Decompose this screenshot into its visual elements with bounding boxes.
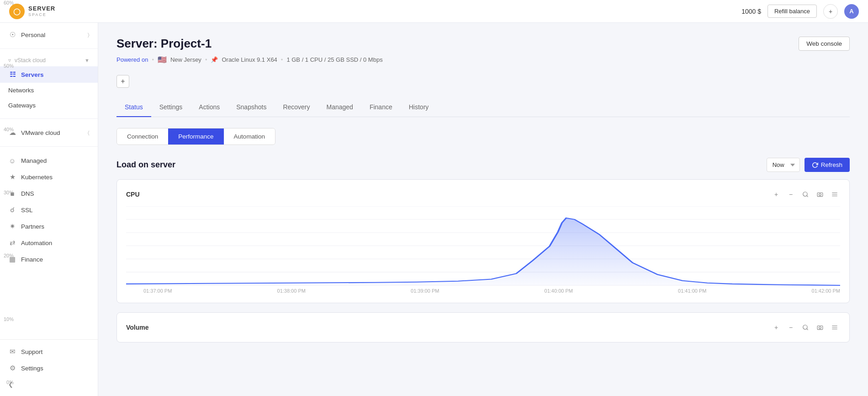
meta-dot-3: • [281, 56, 283, 63]
tab-status[interactable]: Status [116, 98, 151, 117]
flag-icon: 🇺🇸 [158, 55, 167, 64]
x-label-4: 01:40:00 PM [545, 288, 573, 294]
x-label-1: 01:37:00 PM [143, 288, 172, 294]
menu-icon [831, 191, 838, 198]
powered-status: Powered on [116, 56, 148, 63]
cpu-chart-title: CPU [126, 191, 140, 198]
logo-name: SERVER [28, 5, 55, 12]
top-bar: ◯ SERVER SPACE 1000 $ Refill balance + A [0, 0, 868, 23]
page-header-row: Server: Project-1 Powered on • 🇺🇸 New Je… [116, 37, 850, 73]
svg-point-3 [819, 193, 821, 196]
load-controls: Now Refresh [767, 158, 850, 172]
tab-history[interactable]: History [401, 98, 437, 117]
volume-menu-button[interactable] [829, 322, 840, 333]
chevron-left-icon: 〈 [88, 130, 90, 136]
cpu-chart-card: CPU + − [116, 179, 850, 303]
x-label-5: 01:41:00 PM [678, 288, 706, 294]
refresh-label: Refresh [821, 161, 842, 168]
svg-point-17 [819, 326, 821, 329]
top-bar-right: 1000 $ Refill balance + A [741, 4, 859, 19]
add-action-button[interactable]: + [116, 75, 129, 88]
page-meta: Powered on • 🇺🇸 New Jersey • 📌 Oracle Li… [116, 55, 383, 64]
tab-snapshots[interactable]: Snapshots [228, 98, 275, 117]
volume-search-icon [802, 324, 809, 331]
logo-sub: SPACE [28, 12, 55, 17]
specs-label: 1 GB / 1 CPU / 25 GB SSD / 0 Mbps [286, 56, 382, 63]
tab-settings[interactable]: Settings [151, 98, 191, 117]
volume-camera-icon [817, 324, 823, 331]
chart-zoom-in-button[interactable]: + [771, 189, 782, 200]
cpu-chart-header: CPU + − [126, 189, 840, 200]
svg-line-1 [807, 196, 808, 197]
subtab-automation[interactable]: Automation [224, 128, 275, 144]
tab-finance[interactable]: Finance [361, 98, 401, 117]
user-avatar[interactable]: A [844, 4, 859, 19]
cpu-chart-inner: 01:37:00 PM 01:38:00 PM 01:39:00 PM 01:4… [126, 206, 840, 294]
search-icon [802, 191, 809, 198]
subtab-performance[interactable]: Performance [168, 128, 223, 144]
load-title: Load on server [116, 160, 175, 170]
content-area: Server: Project-1 Powered on • 🇺🇸 New Je… [98, 23, 868, 396]
main-tabs: Status Settings Actions Snapshots Recove… [116, 98, 850, 117]
tab-recovery[interactable]: Recovery [275, 98, 318, 117]
web-console-button[interactable]: Web console [799, 37, 850, 51]
sub-tabs: Connection Performance Automation [116, 128, 275, 145]
balance-display: 1000 $ [741, 8, 761, 15]
svg-line-15 [807, 329, 808, 330]
chart-controls: + − [771, 189, 840, 200]
chart-camera-button[interactable] [815, 189, 826, 200]
chart-search-button[interactable] [800, 189, 811, 200]
volume-chart-title: Volume [126, 324, 149, 331]
chart-zoom-out-button[interactable]: − [785, 189, 796, 200]
add-icon-button[interactable]: + [823, 4, 838, 19]
cpu-chart-svg [126, 206, 840, 286]
x-axis-labels: 01:37:00 PM 01:38:00 PM 01:39:00 PM 01:4… [126, 286, 840, 294]
chart-menu-button[interactable] [829, 189, 840, 200]
subtab-connection[interactable]: Connection [117, 128, 168, 144]
page-actions: + [116, 75, 850, 88]
x-label-3: 01:39:00 PM [411, 288, 439, 294]
refill-balance-button[interactable]: Refill balance [767, 5, 817, 18]
refresh-icon [812, 162, 818, 168]
load-header: Load on server Now Refresh [116, 158, 850, 172]
os-label: Oracle Linux 9.1 X64 [222, 56, 277, 63]
page-title: Server: Project-1 [116, 37, 383, 51]
tab-managed[interactable]: Managed [318, 98, 361, 117]
plus-icon: + [829, 8, 832, 15]
chevron-right-icon: 〉 [88, 32, 90, 38]
x-label-6: 01:42:00 PM [812, 288, 840, 294]
cpu-line [126, 218, 840, 285]
page-title-group: Server: Project-1 Powered on • 🇺🇸 New Je… [116, 37, 383, 73]
add-icon: + [121, 77, 125, 86]
meta-dot-1: • [152, 56, 154, 63]
meta-dot-2: • [205, 56, 207, 63]
time-range-select[interactable]: Now [767, 158, 800, 172]
cpu-chart-container: 60% 50% 40% 30% 20% 10% 0% [126, 206, 840, 294]
main-area: ☉ Personal 〉 ▿ vStack cloud ▼ ☷ Servers … [0, 23, 868, 396]
location-label: New Jersey [170, 56, 201, 63]
tab-actions[interactable]: Actions [191, 98, 228, 117]
cpu-area-fill [126, 218, 840, 285]
volume-zoom-in-button[interactable]: + [771, 322, 782, 333]
logo-text-group: SERVER SPACE [28, 5, 55, 16]
chevron-down-icon: ▼ [85, 58, 90, 63]
volume-camera-button[interactable] [815, 322, 826, 333]
volume-menu-icon [831, 324, 838, 331]
volume-chart-header: Volume + − [126, 322, 840, 333]
volume-zoom-out-button[interactable]: − [785, 322, 796, 333]
camera-icon [817, 191, 823, 198]
volume-chart-controls: + − [771, 322, 840, 333]
x-label-2: 01:38:00 PM [277, 288, 306, 294]
refresh-button[interactable]: Refresh [804, 158, 850, 172]
volume-search-button[interactable] [800, 322, 811, 333]
os-pin-icon: 📌 [211, 56, 218, 63]
volume-chart-card: Volume + − [116, 312, 850, 342]
